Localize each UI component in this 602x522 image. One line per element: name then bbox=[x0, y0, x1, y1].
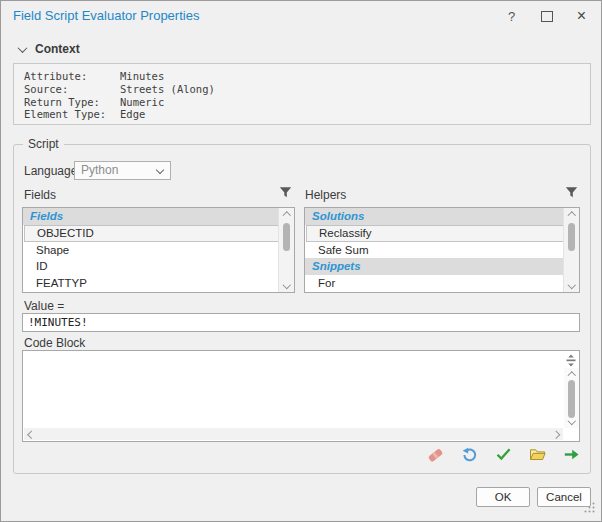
context-row-return-type: Return Type: Numeric bbox=[24, 96, 590, 109]
value-label: Value = bbox=[24, 299, 64, 313]
scroll-down-icon bbox=[567, 416, 575, 424]
verify-button[interactable] bbox=[495, 446, 512, 463]
context-header-label: Context bbox=[35, 42, 80, 56]
scrollbar-thumb[interactable] bbox=[568, 380, 575, 418]
field-script-evaluator-dialog: Field Script Evaluator Properties ? × Co… bbox=[0, 0, 602, 522]
helpers-filter-button[interactable] bbox=[564, 185, 580, 201]
language-selected-value: Python bbox=[81, 162, 118, 179]
context-value: Streets (Along) bbox=[120, 83, 215, 96]
script-group-label: Script bbox=[23, 137, 64, 151]
open-folder-icon bbox=[529, 446, 546, 463]
value-input[interactable] bbox=[22, 313, 580, 332]
helpers-category-header: Snippets bbox=[305, 258, 564, 275]
code-block-hscrollbar[interactable] bbox=[24, 428, 563, 440]
scroll-up-icon bbox=[567, 372, 575, 380]
list-item[interactable]: For bbox=[305, 275, 564, 292]
context-row-attribute: Attribute: Minutes bbox=[24, 70, 590, 83]
splitter-handle[interactable] bbox=[564, 353, 578, 367]
context-label: Source: bbox=[24, 83, 120, 96]
chevron-down-icon bbox=[18, 43, 28, 53]
check-icon bbox=[495, 446, 512, 463]
undo-icon bbox=[461, 446, 478, 463]
list-item[interactable]: OBJECTID bbox=[24, 225, 280, 242]
context-section-header[interactable]: Context bbox=[19, 41, 80, 57]
funnel-icon bbox=[564, 185, 579, 200]
context-value: Minutes bbox=[120, 70, 164, 83]
ok-button[interactable]: OK bbox=[476, 487, 530, 507]
dialog-title: Field Script Evaluator Properties bbox=[13, 1, 199, 31]
close-button[interactable]: × bbox=[564, 1, 599, 31]
code-block-vscrollbar[interactable] bbox=[564, 368, 579, 428]
context-value: Edge bbox=[120, 108, 145, 121]
export-arrow-icon bbox=[563, 446, 580, 463]
language-dropdown[interactable]: Python bbox=[74, 161, 171, 180]
funnel-icon bbox=[278, 185, 293, 200]
code-block bbox=[22, 350, 580, 442]
titlebar-buttons: ? × bbox=[494, 1, 599, 31]
list-item[interactable]: FEATTYP bbox=[23, 275, 279, 292]
scroll-left-icon bbox=[28, 430, 36, 438]
list-item[interactable]: Safe Sum bbox=[305, 242, 564, 259]
helpers-list: Solutions Reclassify Safe Sum Snippets F… bbox=[304, 207, 580, 293]
close-icon: × bbox=[577, 8, 586, 24]
resize-grip[interactable] bbox=[584, 499, 595, 517]
scroll-up-icon bbox=[567, 212, 575, 220]
scrollbar-thumb[interactable] bbox=[283, 223, 290, 251]
scroll-down-icon bbox=[282, 280, 290, 288]
chevron-down-icon bbox=[156, 166, 164, 174]
code-block-editor[interactable] bbox=[23, 351, 563, 428]
context-row-source: Source: Streets (Along) bbox=[24, 83, 590, 96]
code-block-label: Code Block bbox=[24, 336, 85, 350]
context-value: Numeric bbox=[120, 96, 164, 109]
help-button[interactable]: ? bbox=[494, 1, 529, 31]
help-icon: ? bbox=[508, 9, 515, 24]
list-item[interactable]: Reclassify bbox=[306, 225, 565, 242]
helpers-category-header: Solutions bbox=[305, 208, 564, 225]
scrollbar-thumb[interactable] bbox=[568, 223, 575, 251]
language-label: Language: bbox=[24, 164, 81, 178]
resize-grip-icon bbox=[584, 502, 595, 513]
export-button[interactable] bbox=[563, 446, 580, 463]
fields-list: Fields OBJECTID Shape ID FEATTYP bbox=[22, 207, 295, 293]
helpers-scrollbar[interactable] bbox=[563, 208, 579, 292]
context-row-element-type: Element Type: Edge bbox=[24, 108, 590, 121]
undo-button[interactable] bbox=[461, 446, 478, 463]
maximize-button[interactable] bbox=[529, 1, 564, 31]
cancel-button[interactable]: Cancel bbox=[537, 487, 591, 507]
scroll-down-icon bbox=[567, 280, 575, 288]
list-item[interactable]: Shape bbox=[23, 242, 279, 259]
fields-category-header: Fields bbox=[23, 208, 279, 225]
resize-splitter-icon bbox=[565, 354, 577, 367]
script-group: Script Language: Python Fields Helpers F… bbox=[13, 144, 591, 474]
fields-filter-button[interactable] bbox=[278, 185, 294, 201]
titlebar: Field Script Evaluator Properties ? × bbox=[1, 1, 601, 31]
scroll-up-icon bbox=[282, 212, 290, 220]
script-toolbar bbox=[427, 446, 580, 463]
context-label: Return Type: bbox=[24, 96, 120, 109]
clear-button[interactable] bbox=[427, 446, 444, 463]
list-item[interactable]: ID bbox=[23, 258, 279, 275]
maximize-icon bbox=[541, 11, 553, 22]
eraser-icon bbox=[427, 446, 444, 463]
fields-panel-label: Fields bbox=[24, 188, 56, 202]
helpers-panel-label: Helpers bbox=[305, 188, 346, 202]
scroll-right-icon bbox=[551, 430, 559, 438]
fields-scrollbar[interactable] bbox=[278, 208, 294, 292]
context-label: Attribute: bbox=[24, 70, 120, 83]
context-label: Element Type: bbox=[24, 108, 120, 121]
context-info-box: Attribute: Minutes Source: Streets (Alon… bbox=[13, 63, 591, 125]
import-button[interactable] bbox=[529, 446, 546, 463]
